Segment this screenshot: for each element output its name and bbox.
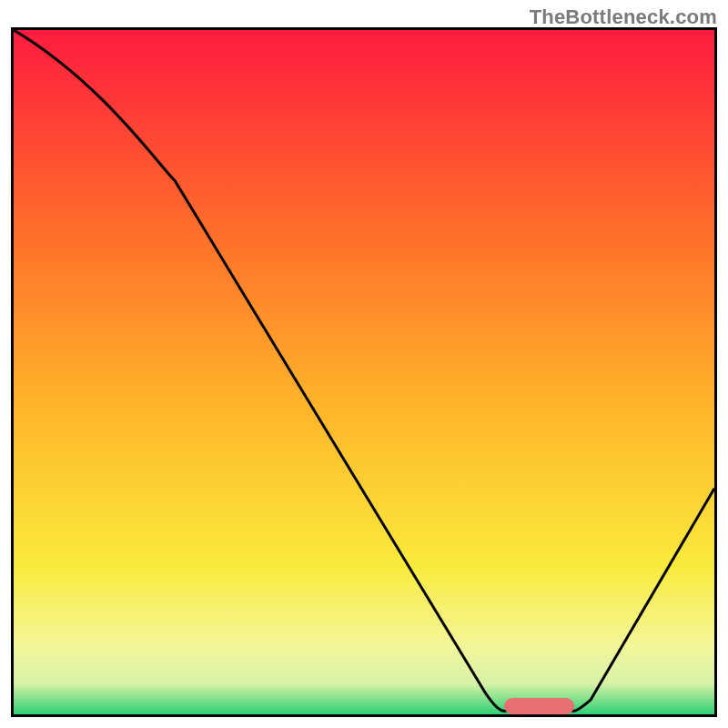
watermark-text: TheBottleneck.com [530,5,717,29]
chart-container: TheBottleneck.com [0,0,728,728]
optimal-marker [504,698,574,714]
line-layer [14,30,714,714]
bottleneck-curve [14,30,714,711]
plot-frame [11,27,717,717]
